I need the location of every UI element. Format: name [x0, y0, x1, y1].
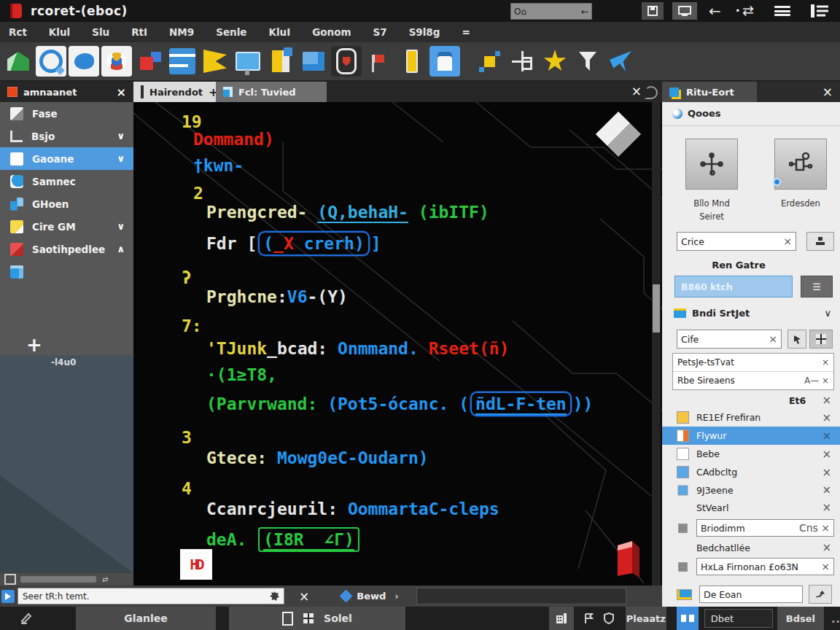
menu-item-senle[interactable]: Senle — [216, 26, 246, 38]
menu-item-gonom[interactable]: Gonom — [312, 26, 351, 38]
filter-box-row[interactable]: Rbe SireaensA— × — [673, 372, 833, 389]
chevron-up-icon[interactable]: ∧ — [117, 244, 125, 254]
monitor-toolbar-button[interactable] — [233, 46, 263, 77]
close-icon[interactable]: × — [822, 411, 831, 424]
shuffle-icon[interactable]: ⇄ — [102, 575, 108, 583]
code-editor-canvas[interactable]: 19Dommand)†kwn-2Prengcred- (Q,behaH- (ib… — [133, 102, 662, 586]
search-panel-icon[interactable] — [1, 590, 15, 603]
dbet-field[interactable]: Dbet — [704, 609, 773, 628]
gear-icon[interactable] — [270, 591, 279, 601]
sidebar-item-gaoane[interactable]: Gaoane∨ — [0, 147, 133, 170]
list-item[interactable]: Bedchatllée× — [662, 540, 840, 556]
red-book-icon[interactable] — [615, 541, 641, 578]
close-icon[interactable]: × — [822, 483, 831, 497]
hamburger-menu-icon[interactable] — [774, 6, 790, 16]
send-button[interactable] — [809, 585, 832, 604]
home-toolbar-button[interactable] — [3, 46, 34, 77]
titlebar-search-box[interactable]: O⌂ ← — [510, 3, 592, 20]
close-icon[interactable]: × — [822, 448, 831, 461]
sidebar-item-fase[interactable]: Fase — [0, 102, 133, 125]
grid-button[interactable] — [809, 330, 833, 349]
lock-toolbar-button[interactable] — [331, 46, 362, 77]
pick-button[interactable] — [788, 330, 806, 349]
back-arrow-icon[interactable]: ← — [581, 7, 588, 17]
tab-hairendot[interactable]: Hairendot + — [133, 82, 216, 102]
right-panel-close-icon[interactable]: × — [822, 85, 833, 99]
scrollbar-thumb[interactable] — [653, 284, 660, 332]
close-icon[interactable]: × — [822, 501, 831, 514]
nav-forward-arrows-icon[interactable]: ⇄ — [742, 2, 754, 18]
display-settings-button[interactable] — [672, 2, 697, 20]
sidebar-item-bsjo[interactable]: Bsjo∨ — [0, 125, 133, 147]
chevron-down-icon[interactable]: ∨ — [117, 131, 125, 141]
bar-toolbar-button[interactable] — [397, 46, 427, 77]
tool-button-erdesden[interactable] — [774, 139, 827, 190]
pleaatz-button[interactable]: Pleaatz — [626, 607, 666, 630]
sidebar-item-saotihpedlee[interactable]: Saotihpedlee∧ — [0, 238, 133, 260]
menu-item-rct[interactable]: Rct — [9, 26, 27, 38]
face-toolbar-button[interactable] — [101, 46, 132, 77]
list-item-input[interactable]: HxLa Firnonan £o63N× — [696, 558, 834, 575]
bewd-dropdown[interactable]: Bewd › — [341, 591, 398, 602]
crosshair-toolbar-button[interactable] — [507, 46, 537, 77]
sidebar-close-icon[interactable]: × — [117, 85, 126, 99]
sidebar-item-btable[interactable] — [0, 260, 133, 283]
list-panel-icon[interactable] — [811, 4, 828, 18]
right-panel-tab[interactable]: Ritu-Eort — [662, 82, 757, 102]
clear-icon[interactable]: × — [769, 333, 777, 345]
pen-icon[interactable] — [19, 612, 34, 625]
editor-close-icon[interactable]: × — [631, 84, 642, 98]
layout-toolbar-button[interactable] — [167, 46, 198, 77]
chevron-down-icon[interactable]: ∨ — [824, 308, 831, 319]
list-item-input[interactable]: BriodimmCns × — [696, 519, 834, 537]
section-bndi[interactable]: Bndi SrtJet ∨ — [674, 308, 834, 319]
menu-item-slu[interactable]: Slu — [92, 26, 109, 38]
menu-item-s7[interactable]: S7 — [373, 26, 387, 38]
tab-fcl-tuvied[interactable]: Fcl: Tuvied — [216, 82, 327, 102]
filter-toolbar-button[interactable] — [572, 46, 603, 77]
quartz-toolbar-button[interactable] — [36, 46, 66, 77]
footer-input[interactable]: De Eoan — [699, 586, 803, 603]
nav-back-arrow-icon[interactable]: ← — [709, 2, 721, 20]
list-item[interactable]: RE1Ef Frefiran× — [662, 408, 840, 427]
squares-toolbar-button[interactable] — [134, 46, 165, 77]
shield-icon[interactable] — [604, 612, 614, 624]
stamp-button[interactable] — [806, 232, 834, 251]
close-icon[interactable]: × — [822, 541, 831, 554]
sidebar-scrollbar[interactable]: ⇄ — [0, 573, 133, 586]
grab-icon[interactable] — [645, 86, 658, 99]
close-icon[interactable]: × — [822, 394, 831, 407]
bdsel-button[interactable]: Bdsel — [777, 607, 824, 630]
tool-button-bllo[interactable] — [685, 139, 738, 190]
build-button[interactable] — [549, 607, 574, 630]
list-item[interactable]: BriodimmCns × — [662, 516, 840, 540]
chevron-down-icon[interactable]: ∨ — [117, 153, 125, 164]
chevron-down-icon[interactable]: ∨ — [117, 221, 125, 232]
editor-scrollbar[interactable] — [652, 102, 661, 586]
close-icon[interactable]: × — [822, 466, 831, 479]
star-toolbar-button[interactable] — [540, 46, 570, 77]
layers-button[interactable]: ☰ — [801, 276, 833, 298]
pin-toolbar-button[interactable] — [364, 46, 394, 77]
crice-input[interactable]: Crice × — [677, 232, 796, 251]
add-item-button[interactable]: + — [26, 334, 42, 356]
menu-item-nm9[interactable]: NM9 — [169, 26, 194, 38]
windows-toolbar-button[interactable] — [298, 46, 329, 77]
menu-item-rti[interactable]: RtI — [131, 26, 147, 38]
search-input[interactable]: Seer tR:h temt. — [18, 588, 284, 604]
sidebar-item-ciregm[interactable]: Cire GM∨ — [0, 215, 133, 238]
list-item[interactable]: StVearl× — [662, 499, 840, 516]
glanlee-button[interactable]: Glanlee — [76, 607, 216, 630]
list-item[interactable]: 9J3eene× — [662, 481, 840, 499]
search-close-icon[interactable]: × — [299, 589, 309, 604]
hand-toolbar-button[interactable] — [265, 46, 296, 77]
cife-input[interactable]: Cife × — [677, 330, 782, 349]
close-icon[interactable]: × — [822, 429, 831, 443]
list-item[interactable]: CAdbcltg× — [662, 463, 840, 481]
plane-toolbar-button[interactable] — [605, 46, 636, 77]
solel-button[interactable]: Solel — [229, 607, 405, 630]
elephant-toolbar-button[interactable] — [69, 46, 99, 77]
sidebar-item-samnec[interactable]: Samnec — [0, 170, 133, 192]
sidebar-item-ghoen[interactable]: GHoen — [0, 192, 133, 215]
list-item[interactable]: Flywur× — [662, 427, 840, 445]
